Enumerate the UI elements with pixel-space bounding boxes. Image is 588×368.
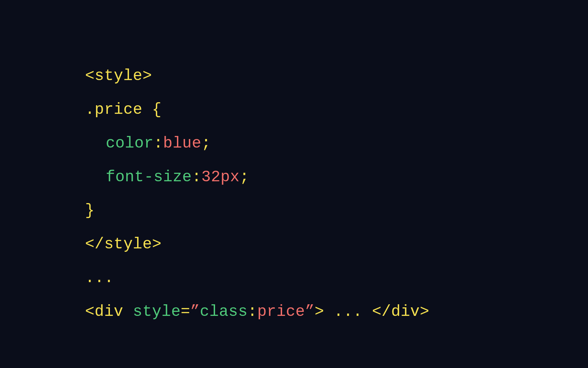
css-property-color: color	[106, 135, 154, 152]
quote-close: ”	[305, 303, 314, 321]
quote-open: ”	[190, 303, 200, 321]
ellipsis: ...	[85, 269, 114, 287]
attribute-highlight: style=”class:price”	[133, 295, 315, 329]
selector-highlight: .price	[85, 93, 143, 127]
brace-close: }	[85, 202, 95, 219]
css-property-fontsize: font-size	[106, 168, 192, 186]
semicolon: ;	[201, 135, 211, 152]
css-value-blue: blue	[163, 135, 201, 152]
code-snippet: <style> .price { color:blue; font-size:3…	[85, 26, 429, 329]
style-close-tag: </style>	[85, 235, 162, 253]
css-value-32px: 32px	[201, 168, 240, 186]
div-content: ...	[324, 303, 372, 321]
equals: =	[181, 303, 190, 321]
colon: :	[248, 303, 257, 321]
attr-inner-value: price	[257, 303, 305, 321]
div-open-start: <div	[85, 303, 133, 321]
css-selector: .price	[85, 101, 143, 119]
style-open-tag: <style>	[85, 67, 152, 85]
div-open-end: >	[315, 303, 324, 321]
attr-name-style: style	[133, 303, 181, 321]
brace-open: {	[143, 101, 162, 119]
semicolon: ;	[240, 168, 249, 186]
attr-inner-name: class	[200, 303, 248, 321]
colon: :	[153, 135, 163, 152]
colon: :	[192, 168, 201, 186]
div-close: </div>	[372, 303, 429, 321]
